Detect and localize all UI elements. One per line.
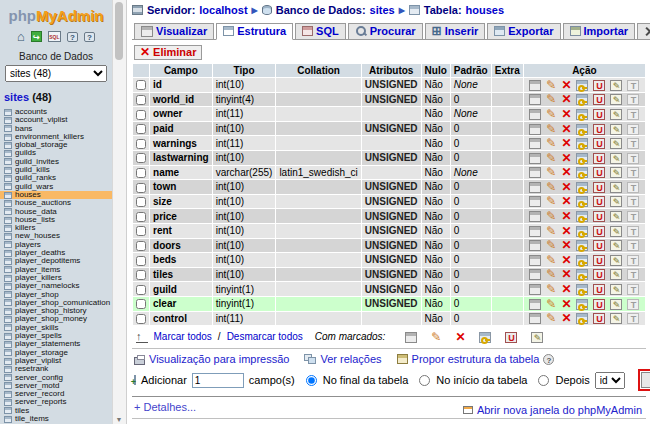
change-icon[interactable]: ✎ xyxy=(546,167,556,178)
add-field-count-input[interactable] xyxy=(192,373,244,388)
browse-icon[interactable] xyxy=(529,153,541,164)
drop-icon[interactable]: ✕ xyxy=(561,124,571,135)
change-icon[interactable]: ✎ xyxy=(546,182,556,193)
tab-procurar[interactable]: Procurar xyxy=(348,23,423,40)
row-checkbox[interactable] xyxy=(136,226,146,236)
position-begin-radio[interactable] xyxy=(419,375,430,386)
row-checkbox[interactable] xyxy=(136,110,146,120)
unique-icon[interactable]: U xyxy=(593,196,605,207)
unique-icon[interactable]: U xyxy=(593,124,605,135)
unique-icon[interactable]: U xyxy=(593,94,605,105)
tab-estrutura[interactable]: Estrutura xyxy=(216,23,293,40)
unique-icon[interactable]: U xyxy=(593,80,605,91)
index-icon[interactable]: ✎ xyxy=(610,124,622,135)
index-icon[interactable]: ✎ xyxy=(610,284,622,295)
primary-icon[interactable] xyxy=(576,153,588,164)
index-icon[interactable]: ✎ xyxy=(610,269,622,280)
browse-icon[interactable] xyxy=(529,255,541,266)
logout-icon[interactable]: ↪ xyxy=(31,31,42,42)
index-icon[interactable]: ✎ xyxy=(610,196,622,207)
change-icon[interactable]: ✎ xyxy=(431,332,441,343)
drop-icon[interactable]: ✕ xyxy=(561,109,571,120)
change-icon[interactable]: ✎ xyxy=(546,211,556,222)
pma-docs-icon[interactable]: ? xyxy=(67,32,78,42)
primary-icon[interactable] xyxy=(576,269,588,280)
help-icon[interactable]: ? xyxy=(543,354,554,365)
primary-icon[interactable] xyxy=(576,284,588,295)
drop-icon[interactable]: ✕ xyxy=(561,138,571,149)
index-icon[interactable]: ✎ xyxy=(610,138,622,149)
drop-icon[interactable]: ✕ xyxy=(561,80,571,91)
unique-icon[interactable]: U xyxy=(593,313,605,324)
drop-icon[interactable]: ✕ xyxy=(561,240,571,251)
index-icon[interactable]: ✎ xyxy=(610,299,622,310)
row-checkbox[interactable] xyxy=(136,124,146,134)
drop-icon[interactable]: ✕ xyxy=(561,299,571,310)
unique-icon[interactable]: U xyxy=(593,269,605,280)
print-view-link[interactable]: Visualização para impressão xyxy=(149,353,289,365)
fulltext-icon[interactable]: T xyxy=(627,196,639,207)
change-icon[interactable]: ✎ xyxy=(546,196,556,207)
mark-all-link[interactable]: Marcar todos xyxy=(154,331,212,342)
index-icon[interactable]: ✎ xyxy=(610,211,622,222)
change-icon[interactable]: ✎ xyxy=(546,240,556,251)
tab-exportar[interactable]: Exportar xyxy=(487,23,560,40)
change-icon[interactable]: ✎ xyxy=(546,284,556,295)
primary-icon[interactable] xyxy=(576,255,588,266)
row-checkbox[interactable] xyxy=(136,168,146,178)
unique-icon[interactable]: U xyxy=(593,240,605,251)
drop-icon[interactable]: ✕ xyxy=(561,153,571,164)
fulltext-icon[interactable]: T xyxy=(627,299,639,310)
propose-structure-link[interactable]: Propor estrutura da tabela xyxy=(412,353,540,365)
tab-inserir[interactable]: ⊞Inserir xyxy=(425,23,486,40)
change-icon[interactable]: ✎ xyxy=(546,226,556,237)
scrollbar-down-arrow[interactable]: ▼ xyxy=(113,416,125,423)
index-icon[interactable]: ✎ xyxy=(610,182,622,193)
fulltext-icon[interactable]: T xyxy=(627,313,639,324)
change-icon[interactable]: ✎ xyxy=(546,313,556,324)
new-window-link[interactable]: Abrir nova janela do phpMyAdmin xyxy=(477,404,642,416)
browse-icon[interactable] xyxy=(529,109,541,120)
row-checkbox[interactable] xyxy=(136,285,146,295)
browse-icon[interactable] xyxy=(529,196,541,207)
tab-operacoes[interactable]: Operações xyxy=(637,23,650,40)
details-link[interactable]: + Detalhes... xyxy=(134,401,196,413)
drop-icon[interactable]: ✕ xyxy=(561,269,571,280)
primary-icon[interactable] xyxy=(576,299,588,310)
unique-icon[interactable]: U xyxy=(593,211,605,222)
row-checkbox[interactable] xyxy=(136,256,146,266)
database-link[interactable]: sites xyxy=(4,91,29,103)
tab-visualizar[interactable]: Visualizar xyxy=(134,23,214,40)
browse-icon[interactable] xyxy=(529,94,541,105)
primary-icon[interactable] xyxy=(576,182,588,193)
drop-icon[interactable]: ✕ xyxy=(561,196,571,207)
index-icon[interactable]: ✎ xyxy=(610,313,622,324)
breadcrumb-server-link[interactable]: localhost xyxy=(199,4,247,16)
row-checkbox[interactable] xyxy=(136,314,146,324)
drop-icon[interactable]: ✕ xyxy=(561,211,571,222)
row-checkbox[interactable] xyxy=(136,183,146,193)
row-checkbox[interactable] xyxy=(136,95,146,105)
position-end-radio[interactable] xyxy=(306,375,317,386)
fulltext-icon[interactable]: T xyxy=(627,80,639,91)
drop-icon[interactable]: ✕ xyxy=(561,226,571,237)
change-icon[interactable]: ✎ xyxy=(546,299,556,310)
unique-icon[interactable]: U xyxy=(593,284,605,295)
index-icon[interactable]: ✎ xyxy=(610,153,622,164)
browse-icon[interactable] xyxy=(405,332,417,343)
row-checkbox[interactable] xyxy=(136,270,146,280)
unique-icon[interactable]: U xyxy=(593,182,605,193)
index-icon[interactable]: ✎ xyxy=(610,240,622,251)
primary-icon[interactable] xyxy=(576,226,588,237)
drop-icon[interactable]: ✕ xyxy=(561,284,571,295)
primary-icon[interactable] xyxy=(479,332,491,343)
drop-icon[interactable]: ✕ xyxy=(561,313,571,324)
after-field-select[interactable]: id xyxy=(595,372,625,389)
change-icon[interactable]: ✎ xyxy=(546,138,556,149)
mysql-docs-icon[interactable]: ? xyxy=(84,32,95,42)
browse-icon[interactable] xyxy=(529,167,541,178)
fulltext-icon[interactable]: T xyxy=(627,284,639,295)
primary-icon[interactable] xyxy=(576,196,588,207)
browse-icon[interactable] xyxy=(529,182,541,193)
browse-icon[interactable] xyxy=(529,313,541,324)
